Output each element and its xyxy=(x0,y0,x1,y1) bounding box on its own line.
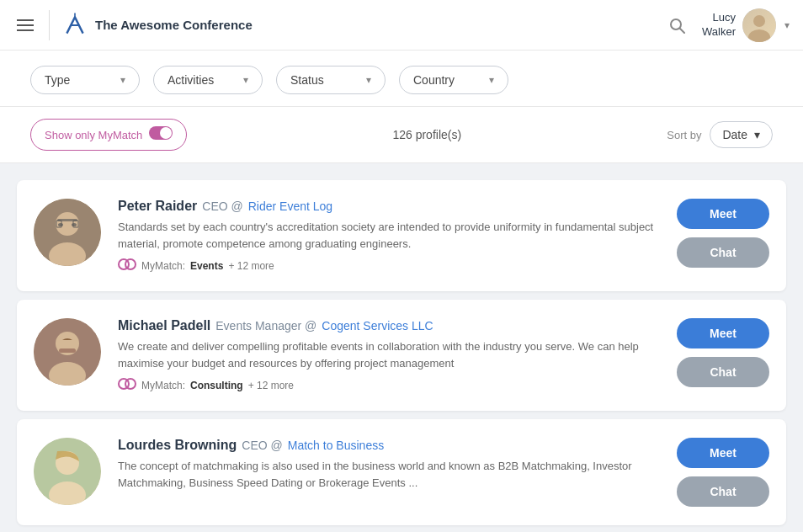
mymatch-tag: MyMatch: Events + 12 more xyxy=(118,258,660,273)
svg-point-10 xyxy=(58,223,63,226)
header-logo: The Awesome Conference xyxy=(61,12,253,39)
action-bar: Show only MyMatch 126 profile(s) Sort by… xyxy=(0,107,803,163)
mymatch-more: + 12 more xyxy=(248,380,294,391)
mymatch-more: + 12 more xyxy=(228,260,274,272)
activities-label: Activities xyxy=(168,73,214,87)
card-actions: Meet Chat xyxy=(677,438,769,507)
svg-rect-19 xyxy=(59,348,76,353)
svg-point-3 xyxy=(748,29,770,42)
mymatch-btn-label: Show only MyMatch xyxy=(45,129,142,141)
country-filter[interactable]: Country ▾ xyxy=(399,66,508,94)
profile-company: Rider Event Log xyxy=(248,200,332,213)
svg-point-2 xyxy=(753,15,765,27)
status-label: Status xyxy=(290,73,324,87)
svg-point-21 xyxy=(125,379,136,389)
activities-caret-icon: ▾ xyxy=(243,74,248,86)
svg-line-1 xyxy=(680,29,684,33)
sort-dropdown[interactable]: Date ▾ xyxy=(710,121,773,148)
chat-button[interactable]: Chat xyxy=(677,357,769,387)
header-divider xyxy=(49,10,50,40)
sort-value: Date xyxy=(722,128,747,141)
avatar xyxy=(34,438,101,505)
activities-filter[interactable]: Activities ▾ xyxy=(153,66,263,94)
profile-role: CEO @ xyxy=(202,200,242,213)
profile-card: Michael Padell Events Manager @ Cogent S… xyxy=(17,300,786,411)
meet-button[interactable]: Meet xyxy=(677,199,769,229)
mymatch-tag: MyMatch: Consulting + 12 more xyxy=(118,378,660,392)
profile-name: Michael Padell xyxy=(118,318,210,333)
mymatch-rings-icon xyxy=(118,258,136,273)
profile-card: Lourdes Browning CEO @ Match to Business… xyxy=(17,419,786,525)
mymatch-category: Events xyxy=(190,260,223,272)
chevron-down-icon: ▾ xyxy=(784,19,790,31)
header: The Awesome Conference Lucy Walker ▾ xyxy=(0,0,803,51)
type-caret-icon: ▾ xyxy=(120,74,125,86)
country-label: Country xyxy=(413,73,455,87)
type-label: Type xyxy=(45,73,70,87)
avatar xyxy=(34,318,101,386)
avatar xyxy=(34,199,101,266)
meet-button[interactable]: Meet xyxy=(677,438,769,468)
profile-card: Peter Raider CEO @ Rider Event Log Stand… xyxy=(17,180,786,291)
profile-description: We create and deliver compelling profita… xyxy=(118,338,660,371)
chat-button[interactable]: Chat xyxy=(677,476,769,507)
search-icon[interactable] xyxy=(662,10,692,40)
profile-info: Michael Padell Events Manager @ Cogent S… xyxy=(118,318,660,392)
profile-description: The concept of matchmaking is also used … xyxy=(118,458,660,491)
profile-company: Cogent Services LLC xyxy=(322,319,433,332)
avatar xyxy=(742,8,776,42)
mymatch-button[interactable]: Show only MyMatch xyxy=(30,119,187,151)
sort-caret-icon: ▾ xyxy=(754,128,760,141)
profile-name: Lourdes Browning xyxy=(118,438,237,453)
svg-point-5 xyxy=(160,127,172,139)
mymatch-prefix: MyMatch: xyxy=(141,260,185,272)
menu-icon[interactable] xyxy=(13,16,37,35)
svg-point-15 xyxy=(125,259,136,269)
meet-button[interactable]: Meet xyxy=(677,318,769,348)
svg-point-0 xyxy=(671,19,681,29)
sort-area: Sort by Date ▾ xyxy=(667,121,773,148)
profile-description: Standards set by each country's accredit… xyxy=(118,219,660,252)
profile-info: Lourdes Browning CEO @ Match to Business… xyxy=(118,438,660,497)
profile-info: Peter Raider CEO @ Rider Event Log Stand… xyxy=(118,199,660,273)
logo-icon xyxy=(61,12,88,39)
app-title: The Awesome Conference xyxy=(95,18,253,32)
profile-name: Peter Raider xyxy=(118,199,197,214)
chat-button[interactable]: Chat xyxy=(677,237,769,268)
mymatch-category: Consulting xyxy=(190,380,243,391)
status-caret-icon: ▾ xyxy=(366,74,371,86)
profile-name-line: Michael Padell Events Manager @ Cogent S… xyxy=(118,318,660,333)
card-actions: Meet Chat xyxy=(677,199,769,268)
user-menu[interactable]: Lucy Walker ▾ xyxy=(702,8,790,42)
profile-name-line: Lourdes Browning CEO @ Match to Business xyxy=(118,438,660,453)
country-caret-icon: ▾ xyxy=(489,74,494,86)
profile-company: Match to Business xyxy=(288,439,384,452)
sort-label: Sort by xyxy=(667,129,701,141)
mymatch-toggle-icon xyxy=(149,126,173,143)
status-filter[interactable]: Status ▾ xyxy=(276,66,386,94)
type-filter[interactable]: Type ▾ xyxy=(30,66,140,94)
profile-name-line: Peter Raider CEO @ Rider Event Log xyxy=(118,199,660,214)
user-name: Lucy Walker xyxy=(702,11,736,40)
mymatch-prefix: MyMatch: xyxy=(141,380,185,391)
mymatch-rings-icon xyxy=(118,378,136,392)
profile-role: CEO @ xyxy=(242,439,282,452)
profile-count: 126 profile(s) xyxy=(187,128,667,141)
profile-role: Events Manager @ xyxy=(215,319,316,332)
card-actions: Meet Chat xyxy=(677,318,769,387)
svg-point-11 xyxy=(72,223,77,226)
main-content: Peter Raider CEO @ Rider Event Log Stand… xyxy=(0,163,803,532)
filter-row: Type ▾ Activities ▾ Status ▾ Country ▾ xyxy=(30,66,773,94)
filter-section: Type ▾ Activities ▾ Status ▾ Country ▾ xyxy=(0,51,803,107)
